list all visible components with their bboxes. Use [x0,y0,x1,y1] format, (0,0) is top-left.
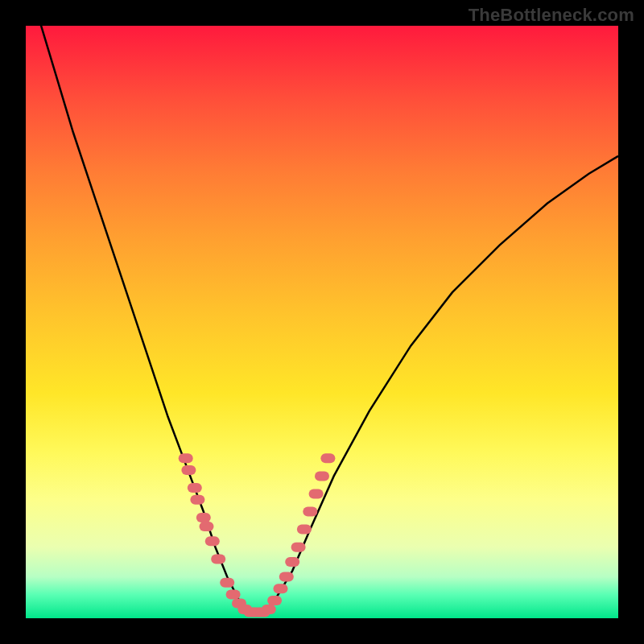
data-point [303,507,317,517]
data-point [297,525,312,535]
data-point [274,584,288,593]
chart-svg [26,26,618,618]
data-point [285,557,299,567]
data-point [315,471,329,481]
data-point [220,578,234,588]
chart-frame: TheBottleneck.com [0,0,644,644]
data-point [226,590,241,600]
curve-layer [26,0,618,613]
data-point [196,513,211,522]
data-point [320,453,335,463]
plot-area [26,26,618,618]
watermark-text: TheBottleneck.com [469,5,634,26]
data-point [179,453,193,463]
data-point [190,495,204,505]
data-point [205,536,220,546]
data-point [188,483,202,493]
data-point [200,522,214,531]
data-point [291,543,306,552]
data-point [267,596,282,605]
bottleneck-curve [26,0,618,613]
data-point [309,489,324,498]
marker-layer [179,453,336,617]
data-point [262,605,276,614]
data-point [211,554,225,564]
data-point [181,465,196,475]
data-point [279,572,294,582]
